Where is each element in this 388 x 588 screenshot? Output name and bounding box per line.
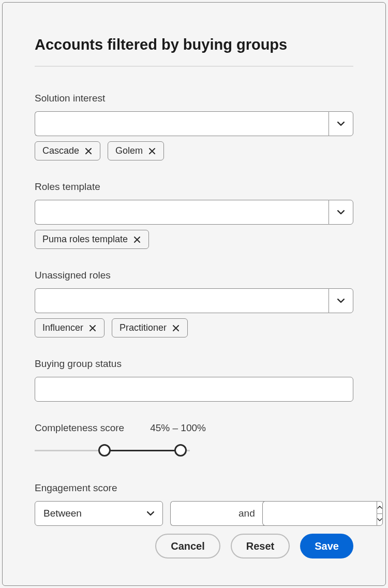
solution-interest-select[interactable] — [35, 111, 353, 136]
slider-fill — [105, 450, 181, 451]
unassigned-roles-toggle[interactable] — [329, 288, 353, 313]
roles-template-group: Roles template Puma roles template — [35, 181, 353, 249]
tag-golem: Golem — [108, 141, 164, 160]
engagement-value2-input[interactable] — [262, 501, 377, 526]
tag-cascade: Cascade — [35, 141, 100, 160]
solution-interest-input[interactable] — [35, 111, 329, 136]
filter-modal: Accounts filtered by buying groups Solut… — [2, 2, 386, 586]
solution-interest-label: Solution interest — [35, 93, 353, 104]
buying-group-status-label: Buying group status — [35, 358, 353, 370]
unassigned-roles-tags: Influencer Practitioner — [35, 318, 353, 337]
engagement-operator-select[interactable]: Between — [35, 501, 163, 526]
action-buttons: Cancel Reset Save — [155, 534, 353, 558]
buying-group-status-group: Buying group status — [35, 358, 353, 402]
slider-handle-min[interactable] — [98, 444, 111, 457]
unassigned-roles-input[interactable] — [35, 288, 329, 313]
buying-group-status-input[interactable] — [35, 377, 353, 402]
completeness-slider[interactable] — [35, 444, 190, 457]
solution-interest-toggle[interactable] — [329, 111, 353, 136]
page-title: Accounts filtered by buying groups — [35, 36, 353, 53]
tag-close-influencer[interactable] — [88, 324, 97, 332]
chevron-down-icon — [337, 297, 345, 304]
operator-value: Between — [43, 508, 147, 519]
tag-close-golem[interactable] — [148, 147, 156, 155]
tag-close-puma[interactable] — [133, 236, 141, 244]
roles-template-label: Roles template — [35, 181, 353, 193]
completeness-score-group: Completeness score 45% – 100% — [35, 422, 353, 457]
solution-interest-group: Solution interest Cascade Golem — [35, 93, 353, 160]
roles-template-input[interactable] — [35, 200, 329, 225]
completeness-score-label: Completeness score — [35, 422, 124, 434]
tag-close-cascade[interactable] — [84, 147, 93, 155]
close-icon — [149, 148, 155, 154]
unassigned-roles-group: Unassigned roles Influencer Practitioner — [35, 270, 353, 337]
chevron-down-icon — [337, 120, 345, 127]
chevron-down-icon — [377, 517, 382, 522]
close-icon — [85, 148, 92, 154]
cancel-button[interactable]: Cancel — [155, 534, 220, 558]
tag-label: Golem — [115, 145, 143, 156]
save-button[interactable]: Save — [300, 534, 353, 558]
close-icon — [89, 325, 96, 331]
close-icon — [134, 237, 140, 243]
roles-template-select[interactable] — [35, 200, 353, 225]
engagement-score-label: Engagement score — [35, 482, 353, 494]
solution-interest-tags: Cascade Golem — [35, 141, 353, 160]
unassigned-roles-select[interactable] — [35, 288, 353, 313]
value2-step-up[interactable] — [377, 501, 383, 513]
reset-button[interactable]: Reset — [231, 534, 290, 558]
roles-template-tags: Puma roles template — [35, 230, 353, 249]
completeness-score-value: 45% – 100% — [150, 422, 206, 434]
tag-label: Puma roles template — [42, 234, 128, 245]
close-icon — [173, 325, 179, 331]
tag-label: Practitioner — [120, 322, 167, 333]
tag-practitioner: Practitioner — [112, 318, 188, 337]
tag-influencer: Influencer — [35, 318, 105, 337]
tag-close-practitioner[interactable] — [172, 324, 180, 332]
unassigned-roles-label: Unassigned roles — [35, 270, 353, 281]
engagement-value1-wrapper — [170, 501, 231, 526]
tag-label: Influencer — [42, 322, 83, 333]
value2-step-down[interactable] — [377, 513, 383, 526]
tag-label: Cascade — [42, 145, 79, 156]
chevron-down-icon — [337, 209, 345, 216]
and-label: and — [238, 508, 255, 519]
engagement-score-group: Engagement score Between and — [35, 482, 353, 526]
tag-puma-roles: Puma roles template — [35, 230, 149, 249]
chevron-down-icon — [147, 510, 154, 517]
chevron-up-icon — [377, 505, 382, 510]
roles-template-toggle[interactable] — [329, 200, 353, 225]
engagement-value2-wrapper — [262, 501, 323, 526]
slider-handle-max[interactable] — [174, 444, 187, 457]
title-divider — [35, 66, 353, 67]
